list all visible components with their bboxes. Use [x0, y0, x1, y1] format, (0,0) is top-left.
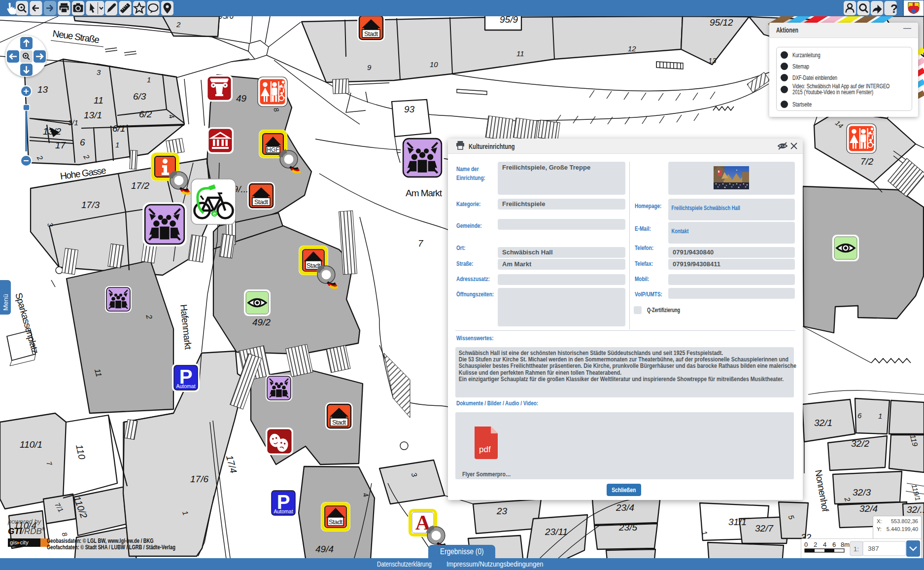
svg-text:8m: 8m [841, 541, 850, 548]
svg-text:17/4: 17/4 [224, 454, 239, 474]
svg-text:0: 0 [804, 541, 808, 548]
svg-text:Nonnenhof: Nonnenhof [813, 469, 831, 513]
svg-text:6: 6 [857, 411, 862, 420]
svg-text:17: 17 [55, 140, 67, 150]
svg-text:3: 3 [97, 68, 101, 76]
svg-text:32/...: 32/... [907, 504, 924, 515]
svg-text:13/2: 13/2 [43, 126, 61, 137]
svg-text:1: 1 [147, 75, 151, 84]
svg-text:10: 10 [430, 60, 438, 69]
svg-text:6: 6 [80, 137, 85, 147]
svg-text:1: 1 [878, 412, 882, 420]
svg-text:32/4: 32/4 [859, 503, 878, 514]
svg-text:32/3: 32/3 [853, 487, 871, 498]
svg-text:17/2: 17/2 [131, 180, 149, 191]
svg-text:13: 13 [708, 56, 717, 65]
svg-text:23/4: 23/4 [616, 502, 634, 513]
svg-text:2: 2 [814, 541, 817, 548]
svg-text:7: 7 [418, 238, 424, 249]
svg-text:119/1: 119/1 [910, 483, 922, 501]
svg-text:110/1: 110/1 [20, 439, 42, 450]
svg-text:1: 1 [115, 141, 119, 149]
svg-text:13/1: 13/1 [84, 110, 102, 120]
svg-text:110: 110 [74, 444, 87, 461]
svg-text:7/2: 7/2 [860, 156, 874, 167]
svg-text:2: 2 [176, 20, 181, 29]
svg-text:95/12: 95/12 [710, 17, 733, 28]
svg-text:23/11: 23/11 [545, 527, 568, 537]
svg-text:11: 11 [516, 49, 524, 58]
svg-text:6/2: 6/2 [139, 109, 152, 119]
svg-text:6/1: 6/1 [112, 123, 125, 134]
svg-text:Hafenmarkt: Hafenmarkt [178, 304, 194, 350]
svg-text:1:: 1: [854, 545, 859, 553]
svg-text:8: 8 [60, 531, 69, 537]
svg-text:9: 9 [367, 63, 372, 71]
svg-text:3/1: 3/1 [68, 118, 78, 127]
svg-text:49/4: 49/4 [315, 544, 334, 554]
svg-text:93: 93 [404, 104, 415, 114]
svg-text:49/2: 49/2 [252, 317, 271, 327]
svg-text:32/1: 32/1 [814, 418, 832, 428]
svg-text:17/6: 17/6 [190, 474, 208, 484]
svg-text:6: 6 [832, 541, 836, 548]
svg-text:49: 49 [236, 93, 247, 104]
svg-text:6/3: 6/3 [133, 91, 146, 102]
svg-text:13: 13 [37, 84, 48, 95]
svg-text:23/5: 23/5 [618, 522, 637, 533]
svg-text:17/3: 17/3 [81, 200, 100, 210]
svg-text:387: 387 [868, 545, 879, 552]
svg-text:pdf: pdf [479, 445, 491, 454]
svg-text:32/2: 32/2 [851, 438, 869, 449]
svg-text:23: 23 [496, 506, 508, 516]
svg-text:11: 11 [94, 95, 103, 106]
svg-text:Am Markt: Am Markt [406, 188, 443, 198]
svg-text:31/1: 31/1 [728, 517, 747, 527]
svg-text:4: 4 [823, 541, 826, 548]
svg-text:Neue Straße: Neue Straße [52, 28, 100, 45]
svg-text:?: ? [890, 2, 898, 15]
svg-text:12: 12 [628, 44, 636, 53]
svg-text:32/7: 32/7 [755, 523, 774, 534]
